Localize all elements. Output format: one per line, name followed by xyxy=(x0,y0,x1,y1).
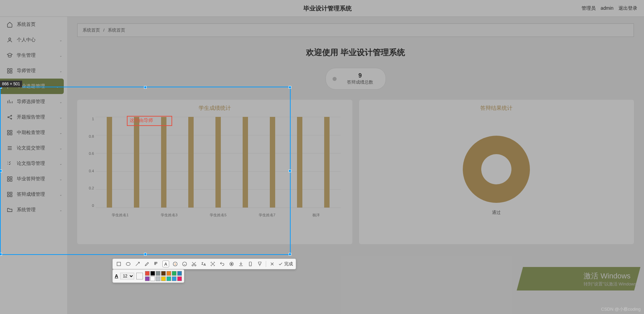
sidebar-item-student[interactable]: 学生管理 ⌄ xyxy=(0,48,67,63)
color-swatch[interactable] xyxy=(166,271,171,276)
color-swatch[interactable] xyxy=(172,276,177,281)
selection-handle-ne[interactable] xyxy=(289,86,291,89)
color-swatch-selected[interactable] xyxy=(136,273,143,279)
font-label: A xyxy=(115,273,118,279)
breadcrumb-item[interactable]: 系统首页 xyxy=(83,28,100,33)
school-icon xyxy=(7,52,13,58)
color-swatch[interactable] xyxy=(150,271,155,276)
color-swatch[interactable] xyxy=(161,271,166,276)
color-palette xyxy=(145,271,182,281)
color-swatch[interactable] xyxy=(145,271,150,276)
selection-handle-w[interactable] xyxy=(0,170,2,172)
color-swatch[interactable] xyxy=(156,271,160,276)
font-size-select[interactable]: 12 xyxy=(120,273,134,279)
top-header: 毕业设计管理系统 管理员 admin 退出登录 xyxy=(0,0,644,17)
xtick: 杨洋 xyxy=(306,213,326,218)
csdn-watermark: CSDN @小蔡coding xyxy=(601,306,641,312)
welcome-title: 欢迎使用 毕业设计管理系统 xyxy=(77,47,634,58)
chevron-down-icon: ⌄ xyxy=(59,38,62,42)
color-swatch[interactable] xyxy=(161,276,166,281)
color-swatch[interactable] xyxy=(166,276,171,281)
tool-arrow-icon[interactable] xyxy=(134,261,141,267)
svg-rect-4 xyxy=(10,72,12,73)
stat-value: 9 xyxy=(342,72,379,79)
donut-label: 通过 xyxy=(492,210,501,216)
sidebar-item-label: 系统首页 xyxy=(17,21,36,28)
color-swatch[interactable] xyxy=(177,271,182,276)
tool-cut-icon[interactable] xyxy=(191,261,197,267)
breadcrumb-sep: / xyxy=(103,28,105,33)
tool-ellipse-icon[interactable] xyxy=(125,261,132,267)
app-title: 毕业设计管理系统 xyxy=(74,4,582,12)
tool-done-button[interactable]: 完成 xyxy=(278,261,293,267)
sidebar-item-home[interactable]: 系统首页 xyxy=(0,17,67,32)
svg-rect-20 xyxy=(117,262,121,266)
selection-box[interactable] xyxy=(0,87,291,255)
color-swatch[interactable] xyxy=(145,276,150,281)
selection-size-label: 866 × 501 xyxy=(0,81,22,87)
chevron-down-icon: ⌄ xyxy=(59,54,62,57)
tool-target-icon[interactable] xyxy=(228,261,235,267)
tool-translate-icon[interactable] xyxy=(200,261,207,267)
breadcrumb-item: 系统首页 xyxy=(108,28,125,33)
stat-label: 答辩成绩总数 xyxy=(342,79,379,85)
grid-icon xyxy=(7,68,13,74)
color-swatch[interactable] xyxy=(150,276,155,281)
screenshot-subtoolbar: A 12 xyxy=(112,269,184,283)
logout-link[interactable]: 退出登录 xyxy=(618,5,637,11)
selection-handle-s[interactable] xyxy=(144,253,147,256)
tool-pen-icon[interactable] xyxy=(144,261,150,267)
svg-point-0 xyxy=(9,38,11,40)
stat-dot-icon xyxy=(333,77,337,81)
user-icon xyxy=(7,37,13,43)
tool-number-icon[interactable]: 1 xyxy=(172,261,179,267)
selection-handle-sw[interactable] xyxy=(0,253,2,256)
tool-cancel-icon[interactable] xyxy=(269,261,276,267)
selection-handle-se[interactable] xyxy=(289,253,291,256)
sidebar-item-label: 个人中心 xyxy=(17,37,36,43)
svg-rect-23 xyxy=(156,262,157,263)
selection-handle-e[interactable] xyxy=(289,170,291,172)
screenshot-toolbar: A 1 完成 xyxy=(112,259,296,269)
svg-point-30 xyxy=(231,263,232,265)
bar xyxy=(297,117,302,208)
donut-wrap: 通过 xyxy=(364,117,629,234)
user-role-label: 管理员 xyxy=(582,5,596,11)
color-swatch[interactable] xyxy=(177,276,182,281)
username-label[interactable]: admin xyxy=(601,5,613,11)
tool-device-icon[interactable] xyxy=(247,261,254,267)
stat-card: 9 答辩成绩总数 xyxy=(326,68,386,90)
tool-rect-icon[interactable] xyxy=(115,261,122,267)
selection-handle-n[interactable] xyxy=(144,86,147,89)
tool-text-icon[interactable]: A xyxy=(162,261,169,267)
toolbar-divider xyxy=(266,261,266,267)
windows-activate-line2: 转到"设置"以激活 Windows。 xyxy=(584,281,641,287)
svg-rect-22 xyxy=(155,262,156,263)
header-user-area: 管理员 admin 退出登录 xyxy=(582,5,637,11)
svg-point-26 xyxy=(183,262,187,266)
tool-pin-icon[interactable] xyxy=(256,261,263,267)
windows-activation-watermark: 激活 Windows 转到"设置"以激活 Windows。 xyxy=(584,271,641,287)
color-swatch[interactable] xyxy=(156,276,160,281)
svg-rect-2 xyxy=(10,69,12,70)
svg-rect-24 xyxy=(155,264,156,265)
chevron-down-icon: ⌄ xyxy=(59,69,62,73)
tool-ocr-icon[interactable] xyxy=(209,261,216,267)
tool-mosaic-icon[interactable] xyxy=(153,261,160,267)
svg-rect-1 xyxy=(7,69,9,70)
home-icon xyxy=(7,21,13,28)
tool-download-icon[interactable] xyxy=(238,261,244,267)
tool-undo-icon[interactable] xyxy=(219,261,226,267)
tool-sticker-icon[interactable] xyxy=(181,261,188,267)
svg-point-21 xyxy=(126,262,130,265)
sidebar-item-label: 导师管理 xyxy=(17,68,36,74)
annotation-text[interactable]: 这些由导师 xyxy=(130,118,153,124)
color-swatch[interactable] xyxy=(172,271,177,276)
donut-chart-panel: 答辩结果统计 通过 xyxy=(359,100,634,244)
bar xyxy=(324,117,330,208)
donut-hole xyxy=(481,154,511,184)
donut-ring xyxy=(463,136,530,203)
sidebar-item-profile[interactable]: 个人中心 ⌄ xyxy=(0,32,67,48)
svg-rect-3 xyxy=(7,72,9,73)
donut-chart-title: 答辩结果统计 xyxy=(364,105,629,112)
